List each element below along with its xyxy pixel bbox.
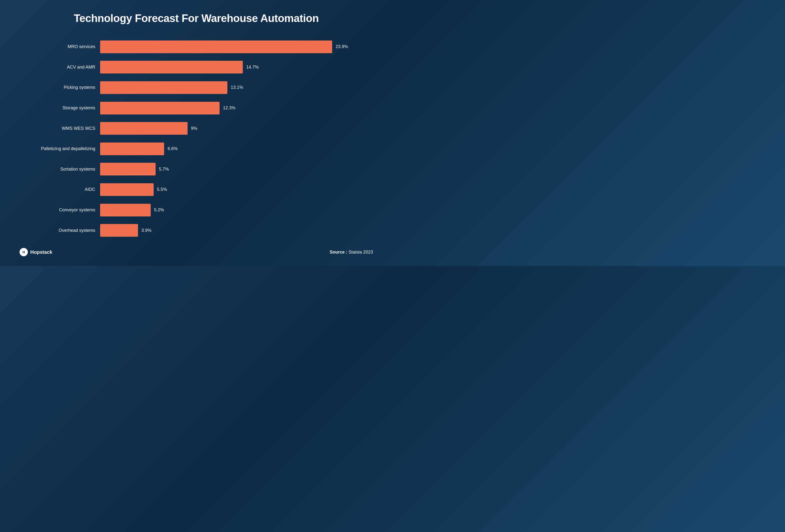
bar-track: 5.5% — [100, 183, 368, 196]
bar-fill — [100, 224, 138, 237]
bar-fill — [100, 183, 154, 196]
logo-icon: H — [20, 248, 28, 256]
bar-label: Sortation systems — [24, 167, 95, 172]
bar-chart: MRO services23.9%ACV and AMR14.7%Picking… — [20, 36, 373, 241]
bar-value: 13.1% — [231, 85, 243, 90]
bar-fill — [100, 204, 151, 216]
bar-fill — [100, 122, 187, 135]
bar-track: 5.2% — [100, 204, 368, 216]
bar-row: WMS WES WCS9% — [24, 122, 368, 135]
bar-label: WMS WES WCS — [24, 126, 95, 131]
bar-row: Overhead systems3.9% — [24, 224, 368, 237]
bar-label: MRO services — [24, 44, 95, 49]
footer: H Hopstack Source : Staista 2023 — [20, 248, 373, 256]
bar-value: 6.6% — [168, 146, 178, 151]
bar-fill — [100, 163, 156, 176]
bar-value: 9% — [191, 126, 197, 131]
logo-name: Hopstack — [30, 249, 52, 255]
bar-label: Storage systems — [24, 105, 95, 110]
bar-fill — [100, 61, 243, 74]
bar-track: 12.3% — [100, 102, 368, 114]
bar-value: 14.7% — [246, 65, 259, 70]
bar-label: Overhead systems — [24, 228, 95, 233]
source-attribution: Source : Staista 2023 — [330, 250, 373, 255]
bar-track: 14.7% — [100, 61, 368, 74]
bar-track: 6.6% — [100, 142, 368, 155]
bar-row: MRO services23.9% — [24, 41, 368, 53]
bar-row: Sortation systems5.7% — [24, 163, 368, 176]
bar-row: Storage systems12.3% — [24, 102, 368, 114]
bar-track: 13.1% — [100, 81, 368, 94]
bar-row: ACV and AMR14.7% — [24, 61, 368, 74]
bar-fill — [100, 102, 220, 114]
bar-value: 3.9% — [142, 228, 151, 233]
bar-label: Picking systems — [24, 85, 95, 90]
bar-value: 12.3% — [223, 105, 235, 110]
bar-label: Conveyor systems — [24, 207, 95, 213]
bar-label: Palletizing and depalletizing — [24, 146, 95, 151]
bar-fill — [100, 142, 164, 155]
bar-track: 5.7% — [100, 163, 368, 176]
bar-track: 9% — [100, 122, 368, 135]
bar-row: Palletizing and depalletizing6.6% — [24, 142, 368, 155]
bar-track: 23.9% — [100, 41, 368, 53]
bar-value: 5.5% — [157, 187, 167, 192]
bar-label: ACV and AMR — [24, 65, 95, 70]
bar-track: 3.9% — [100, 224, 368, 237]
bar-row: Picking systems13.1% — [24, 81, 368, 94]
page-title: Technology Forecast For Warehouse Automa… — [20, 12, 373, 24]
bar-row: Conveyor systems5.2% — [24, 204, 368, 216]
bar-fill — [100, 81, 227, 94]
bar-value: 23.9% — [336, 44, 348, 49]
logo: H Hopstack — [20, 248, 52, 256]
bar-label: AIDC — [24, 187, 95, 192]
bar-fill — [100, 41, 332, 53]
bar-row: AIDC5.5% — [24, 183, 368, 196]
bar-value: 5.2% — [154, 207, 164, 213]
bar-value: 5.7% — [159, 167, 169, 172]
